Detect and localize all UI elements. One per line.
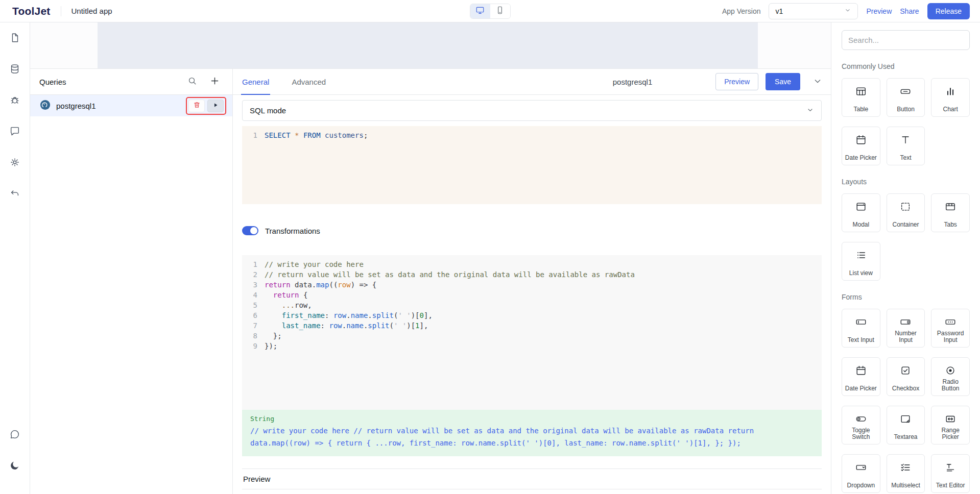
comment-icon bbox=[9, 126, 20, 138]
sidebar-item-comments[interactable] bbox=[6, 123, 23, 140]
sidebar-item-debugger[interactable] bbox=[6, 92, 23, 109]
share-button[interactable]: Share bbox=[900, 7, 919, 15]
widget-card-text-input[interactable]: Text Input bbox=[842, 309, 880, 348]
widget-label: Table bbox=[852, 106, 870, 113]
range-picker-icon bbox=[945, 412, 956, 426]
widget-card-container[interactable]: Container bbox=[887, 193, 925, 232]
tabs-icon bbox=[945, 200, 956, 213]
queries-panel-title: Queries bbox=[39, 78, 66, 86]
query-title: postgresql1 bbox=[613, 78, 653, 86]
transformation-result: String // write your code here // return… bbox=[242, 410, 822, 456]
transformations-toggle[interactable] bbox=[242, 226, 258, 235]
widget-card-password-input[interactable]: Password Input bbox=[931, 309, 970, 348]
delete-query-button[interactable] bbox=[188, 100, 205, 112]
desktop-toggle-button[interactable] bbox=[470, 4, 490, 18]
collapse-editor-button[interactable] bbox=[812, 76, 823, 88]
widget-card-toggle-switch[interactable]: Toggle Switch bbox=[842, 406, 880, 444]
widget-label: List view bbox=[848, 270, 874, 277]
multiselect-icon bbox=[900, 461, 911, 474]
widget-card-text[interactable]: Text bbox=[887, 127, 925, 165]
plus-icon bbox=[209, 76, 220, 88]
sidebar-item-undo[interactable] bbox=[6, 185, 23, 203]
text-input-icon bbox=[855, 315, 867, 329]
widget-search-input[interactable] bbox=[842, 30, 970, 50]
release-button[interactable]: Release bbox=[927, 3, 970, 19]
radio-icon bbox=[945, 364, 956, 377]
tab-advanced[interactable]: Advanced bbox=[291, 69, 327, 94]
chevron-down-icon bbox=[806, 106, 814, 115]
password-input-icon bbox=[945, 315, 956, 329]
widget-card-dropdown[interactable]: Dropdown bbox=[842, 454, 880, 493]
widget-card-date-picker[interactable]: Date Picker bbox=[842, 357, 880, 396]
app-canvas[interactable] bbox=[30, 22, 831, 69]
code-line: 1SELECT * FROM customers; bbox=[247, 130, 817, 140]
run-query-button[interactable] bbox=[207, 100, 224, 112]
version-select[interactable]: v1 bbox=[769, 3, 858, 19]
code-line: 6 first_name: row.name.split(' ')[0], bbox=[247, 310, 817, 320]
widget-label: Modal bbox=[851, 221, 871, 228]
add-query-button[interactable] bbox=[209, 76, 220, 88]
widgets-panel: Commonly UsedTableButtonChartDate Picker… bbox=[831, 22, 980, 494]
transformations-label: Transformations bbox=[265, 227, 320, 235]
list-view-icon bbox=[855, 249, 867, 262]
undo-icon bbox=[9, 188, 20, 201]
gear-icon bbox=[9, 157, 20, 169]
text-editor-icon bbox=[945, 461, 956, 474]
container-icon bbox=[900, 200, 911, 213]
bug-icon bbox=[9, 94, 20, 107]
widget-card-radio-button[interactable]: Radio Button bbox=[931, 357, 970, 396]
database-icon bbox=[9, 63, 20, 76]
search-icon bbox=[187, 76, 197, 87]
widget-card-button[interactable]: Button bbox=[887, 78, 925, 117]
widget-card-tabs[interactable]: Tabs bbox=[931, 193, 970, 232]
sidebar-item-datasources[interactable] bbox=[6, 61, 23, 78]
mobile-toggle-button[interactable] bbox=[490, 4, 510, 18]
help-chat-button[interactable] bbox=[6, 426, 23, 443]
tab-general[interactable]: General bbox=[241, 69, 270, 94]
query-actions-highlight bbox=[186, 97, 226, 115]
result-value: // write your code here // return value … bbox=[250, 425, 814, 449]
sidebar-item-pages[interactable] bbox=[6, 30, 23, 47]
widget-card-date-picker[interactable]: Date Picker bbox=[842, 127, 880, 165]
query-preview-button[interactable]: Preview bbox=[715, 73, 758, 90]
widget-label: Checkbox bbox=[891, 385, 921, 392]
code-line: 9}); bbox=[247, 341, 817, 351]
device-toggle bbox=[470, 4, 511, 19]
sidebar-item-settings[interactable] bbox=[6, 154, 23, 171]
widget-card-multiselect[interactable]: Multiselect bbox=[887, 454, 925, 493]
query-list-item[interactable]: postgresql1 bbox=[30, 95, 232, 116]
sql-mode-select[interactable]: SQL mode bbox=[242, 100, 822, 121]
code-line: 3return data.map((row) => { bbox=[247, 280, 817, 290]
widget-card-list-view[interactable]: List view bbox=[842, 242, 880, 281]
transformation-code-editor[interactable]: 1// write your code here2// return value… bbox=[242, 255, 822, 410]
query-save-button[interactable]: Save bbox=[766, 73, 800, 90]
calendar-icon bbox=[855, 133, 867, 146]
widget-label: Text Editor bbox=[935, 482, 967, 489]
widget-label: Dropdown bbox=[845, 482, 876, 489]
widget-card-textarea[interactable]: Textarea bbox=[887, 406, 925, 444]
canvas-area[interactable] bbox=[98, 22, 758, 68]
widget-label: Date Picker bbox=[844, 155, 878, 161]
widget-section-title: Layouts bbox=[842, 178, 970, 186]
sql-code-editor[interactable]: 1SELECT * FROM customers; bbox=[242, 126, 822, 204]
widget-label: Text bbox=[898, 155, 913, 161]
widget-card-range-picker[interactable]: Range Picker bbox=[931, 406, 970, 444]
widget-card-table[interactable]: Table bbox=[842, 78, 880, 117]
preview-button[interactable]: Preview bbox=[866, 7, 892, 15]
widget-card-chart[interactable]: Chart bbox=[931, 78, 970, 117]
top-bar: ToolJet Untitled app App Version v1 Prev… bbox=[0, 0, 980, 22]
divider bbox=[61, 6, 61, 16]
search-queries-button[interactable] bbox=[187, 76, 197, 87]
text-icon bbox=[900, 133, 911, 146]
code-line: 1// write your code here bbox=[247, 259, 817, 269]
app-title[interactable]: Untitled app bbox=[71, 7, 112, 15]
widget-card-checkbox[interactable]: Checkbox bbox=[887, 357, 925, 396]
trash-icon bbox=[193, 101, 201, 110]
widget-card-number-input[interactable]: Number Input bbox=[887, 309, 925, 348]
widget-section-title: Forms bbox=[842, 293, 970, 301]
tooljet-logo[interactable]: ToolJet bbox=[12, 5, 51, 17]
dark-mode-toggle[interactable] bbox=[6, 457, 23, 475]
widget-card-text-editor[interactable]: Text Editor bbox=[931, 454, 970, 493]
checkbox-icon bbox=[900, 364, 911, 377]
widget-card-modal[interactable]: Modal bbox=[842, 193, 880, 232]
